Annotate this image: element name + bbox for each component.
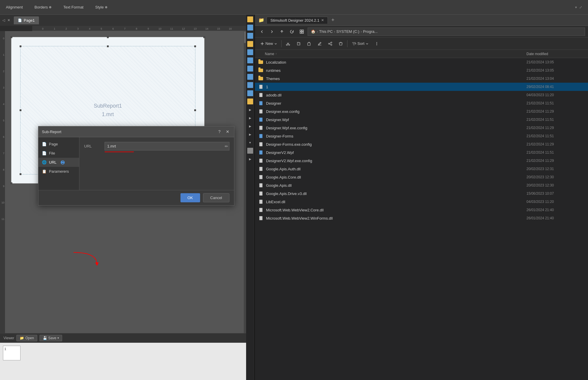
breadcrumb-thispc[interactable]: This PC (319, 29, 333, 34)
expand-arrow-5[interactable]: ▶ (247, 156, 253, 162)
item-designer-forms[interactable]: Designer-Forms 21/02/2024 11:51 (255, 132, 588, 140)
tree-icon-12[interactable] (247, 148, 253, 154)
tree-icon-9[interactable] (247, 82, 253, 88)
nav-refresh-btn[interactable] (288, 28, 296, 36)
item-google-core[interactable]: Google.Apis.Core.dll 20/02/2023 12:30 (255, 173, 588, 181)
tree-icon-11[interactable] (247, 99, 253, 104)
ruler-mark-1: 1 (49, 27, 60, 30)
url-browse-btn[interactable]: ✏ (225, 144, 228, 149)
fe-active-tab[interactable]: Stimulsoft Designer 2024.2.1 ✕ (267, 17, 328, 24)
dialog-nav-file[interactable]: 📄 File (38, 149, 79, 158)
item-date-designer-wpf: 21/02/2024 11:51 (526, 118, 585, 122)
expand-arrow-2[interactable]: ▶ (247, 115, 253, 121)
item-designer-wpf-config[interactable]: Designer.Wpf.exe.config 21/02/2024 11:29 (255, 124, 588, 132)
tree-icon-5[interactable] (247, 49, 253, 55)
dialog-help-btn[interactable]: ? (217, 129, 222, 135)
item-webview2-winforms[interactable]: Microsoft.Web.WebView2.WinForms.dll 26/0… (255, 214, 588, 222)
new-btn[interactable]: New (258, 39, 279, 48)
content-handle-tl[interactable] (20, 45, 21, 47)
scroll-thumb[interactable] (244, 31, 246, 43)
content-handle-bl[interactable] (20, 173, 21, 175)
item-google-auth[interactable]: Google.Apis.Auth.dll 20/02/2023 12:31 (255, 165, 588, 173)
dialog-nav-parameters[interactable]: 📋 Paramerers (38, 167, 79, 176)
collapse-arrow-1[interactable]: ▼ (247, 140, 253, 145)
rename-btn[interactable] (315, 39, 324, 48)
handle-tm[interactable] (107, 36, 109, 38)
item-designerv2-wpf-config[interactable]: DesignerV2.Wpf.exe.config 21/02/2024 11:… (255, 157, 588, 165)
item-libexcel[interactable]: LibExcel.dll 04/03/2023 11:20 (255, 198, 588, 206)
col-date-header[interactable]: Date modified (526, 52, 585, 56)
fe-breadcrumb[interactable]: 🏠 › This PC › SYSTEM (C:) › Progra... (308, 28, 585, 36)
item-designer[interactable]: Designer 21/02/2024 11:51 (255, 99, 588, 107)
item-runtimes[interactable]: runtimes 21/02/2024 13:05 (255, 66, 588, 74)
content-handle-ml[interactable] (20, 109, 21, 111)
dialog-nav-url[interactable]: 🌐 URL (38, 158, 79, 167)
fe-tab-close[interactable]: ✕ (321, 18, 324, 22)
nav-forward-btn[interactable] (268, 28, 276, 36)
dialog-cancel-btn[interactable]: Cancel (203, 193, 229, 202)
item-name-designer-forms: Designer-Forms (266, 134, 526, 138)
content-handle-tm[interactable] (107, 45, 109, 47)
delete-btn[interactable] (336, 39, 345, 48)
open-button[interactable]: 📁 Open (16, 335, 37, 341)
save-button[interactable]: 💾 Save ▾ (40, 335, 62, 341)
toolbar-alignment[interactable]: Alignment (6, 5, 23, 9)
page1-tab[interactable]: 📄 Page1 (14, 16, 39, 24)
nav-view-btn[interactable] (298, 28, 306, 36)
tree-icon-2[interactable] (247, 25, 253, 30)
tree-icon-1[interactable] (247, 16, 253, 22)
tree-icon-7[interactable] (247, 66, 253, 72)
item-webview2-core[interactable]: Microsoft.Web.WebView2.Core.dll 26/01/20… (255, 206, 588, 214)
paste-btn[interactable] (304, 39, 314, 48)
breadcrumb-system-c[interactable]: SYSTEM (C:) (336, 29, 359, 34)
item-designer-config[interactable]: Designer.exe.config 21/02/2024 11:29 (255, 107, 588, 116)
breadcrumb-home[interactable]: 🏠 (311, 29, 316, 34)
tree-icon-10[interactable] (247, 90, 253, 96)
tree-icon-3[interactable] (247, 33, 253, 39)
dialog-nav-page[interactable]: 📄 Page (38, 140, 79, 149)
item-google-drive[interactable]: Google.Apis.Drive.v3.dll 15/06/2023 10:0… (255, 189, 588, 198)
expand-arrow-1[interactable]: ▶ (247, 107, 253, 113)
item-themes[interactable]: Themes 21/02/2024 13:04 (255, 74, 588, 83)
more-options-btn[interactable] (372, 39, 381, 48)
fe-file-list[interactable]: Localization 21/02/2024 13:05 runtimes 2… (255, 58, 588, 380)
copy-btn[interactable] (294, 39, 303, 48)
dialog-close-btn[interactable]: ✕ (225, 129, 231, 135)
toolbar-borders[interactable]: Borders ⬢ (35, 5, 52, 9)
item-designer-forms-config[interactable]: Designer-Forms.exe.config 21/02/2024 11:… (255, 140, 588, 148)
item-adodb[interactable]: adodb.dll 04/03/2023 11:20 (255, 91, 588, 99)
url-field-row: URL ✏ (84, 142, 229, 150)
vertical-scrollbar[interactable] (244, 31, 246, 333)
toolbar-style[interactable]: Style ⬢ (95, 5, 108, 9)
dialog-ok-btn[interactable]: OK (180, 193, 200, 202)
cut-btn[interactable] (283, 39, 293, 48)
expand-arrow-3[interactable]: ▶ (247, 123, 253, 129)
item-1[interactable]: 1 29/02/2024 08:41 (255, 83, 588, 91)
tree-icon-8[interactable] (247, 74, 253, 80)
handle-tl[interactable] (11, 36, 12, 38)
sidebar-close-btn[interactable]: ✕ (7, 18, 10, 22)
item-google-apis[interactable]: Google.Apis.dll 20/02/2023 12:30 (255, 181, 588, 189)
expand-arrow-4[interactable]: ▶ (247, 131, 253, 137)
tree-icon-6[interactable] (247, 57, 253, 63)
content-handle-mr[interactable] (194, 109, 196, 111)
fe-new-tab-btn[interactable]: + (331, 17, 335, 23)
item-designerv2-wpf[interactable]: DesignerV2.Wpf 21/02/2024 11:51 (255, 148, 588, 157)
item-localization[interactable]: Localization 21/02/2024 13:05 (255, 58, 588, 66)
nav-back-btn[interactable] (258, 28, 266, 36)
url-input[interactable] (105, 142, 229, 150)
share-btn[interactable] (325, 39, 335, 48)
content-handle-tr[interactable] (194, 45, 196, 47)
handle-tr[interactable] (203, 36, 205, 38)
item-date-webview2-core: 26/01/2024 21:40 (526, 208, 585, 212)
breadcrumb-program[interactable]: Progra... (363, 29, 378, 34)
nav-up-btn[interactable] (278, 28, 286, 36)
url-radio[interactable] (61, 160, 65, 164)
handle-bl[interactable] (11, 182, 12, 184)
sidebar-collapse-btn[interactable]: ◁ (2, 18, 5, 22)
item-designer-wpf[interactable]: Designer.Wpf 21/02/2024 11:51 (255, 116, 588, 124)
toolbar-text-format[interactable]: Text Format (63, 5, 83, 9)
col-name-header[interactable]: Name ↑ (258, 52, 526, 56)
tree-icon-4[interactable] (247, 41, 253, 47)
sort-btn[interactable]: Sort (349, 39, 371, 48)
